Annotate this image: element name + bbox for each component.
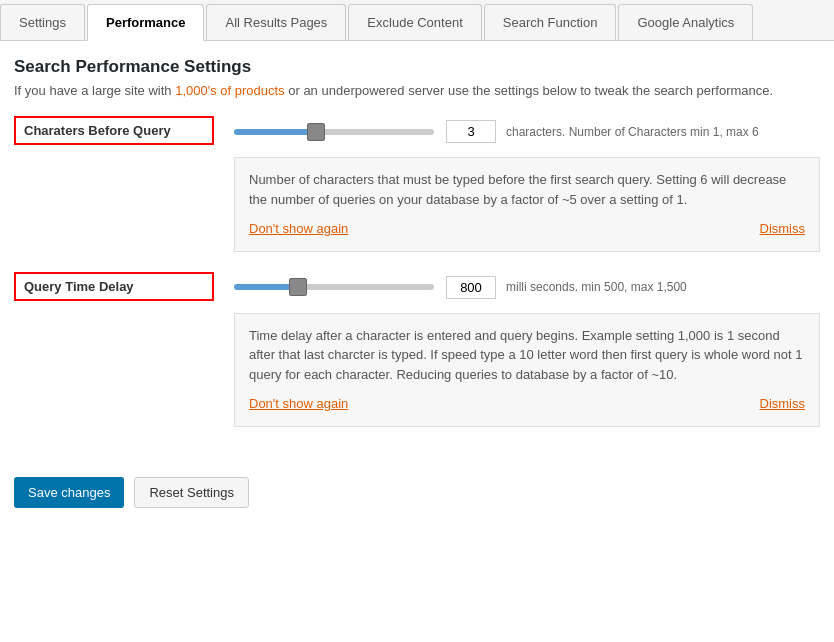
chars-dont-show-link[interactable]: Don't show again xyxy=(249,219,348,239)
tab-settings[interactable]: Settings xyxy=(0,4,85,40)
page-title: Search Performance Settings xyxy=(14,57,820,77)
chars-before-query-slider[interactable] xyxy=(234,129,434,135)
tab-performance[interactable]: Performance xyxy=(87,4,204,41)
tabs-container: Settings Performance All Results Pages E… xyxy=(0,0,834,41)
chars-before-query-label: Charaters Before Query xyxy=(14,116,214,145)
query-time-delay-row: Query Time Delay 800 milli seconds. min … xyxy=(14,272,820,301)
chars-info-text: Number of characters that must be typed … xyxy=(249,170,805,209)
chars-info-box: Number of characters that must be typed … xyxy=(234,157,820,252)
chars-info-links: Don't show again Dismiss xyxy=(249,219,805,239)
page-wrapper: Settings Performance All Results Pages E… xyxy=(0,0,834,642)
delay-info-links: Don't show again Dismiss xyxy=(249,394,805,414)
chars-before-query-control: 3 characters. Number of Characters min 1… xyxy=(234,116,820,143)
chars-before-query-unit: characters. Number of Characters min 1, … xyxy=(506,125,759,139)
query-time-delay-unit: milli seconds. min 500, max 1,500 xyxy=(506,280,687,294)
delay-dont-show-link[interactable]: Don't show again xyxy=(249,394,348,414)
main-content: Search Performance Settings If you have … xyxy=(0,41,834,463)
tab-search-function[interactable]: Search Function xyxy=(484,4,617,40)
description-highlight: 1,000's of products xyxy=(175,83,284,98)
save-button[interactable]: Save changes xyxy=(14,477,124,508)
query-time-delay-slider[interactable] xyxy=(234,284,434,290)
chars-before-query-input[interactable]: 3 xyxy=(446,120,496,143)
tab-all-results[interactable]: All Results Pages xyxy=(206,4,346,40)
delay-dismiss-link[interactable]: Dismiss xyxy=(760,394,806,414)
query-time-delay-label: Query Time Delay xyxy=(14,272,214,301)
tab-exclude-content[interactable]: Exclude Content xyxy=(348,4,481,40)
delay-info-text: Time delay after a character is entered … xyxy=(249,326,805,385)
query-time-delay-input[interactable]: 800 xyxy=(446,276,496,299)
footer: Save changes Reset Settings xyxy=(0,463,834,522)
description-suffix: or an underpowered server use the settin… xyxy=(285,83,774,98)
reset-button[interactable]: Reset Settings xyxy=(134,477,249,508)
description-prefix: If you have a large site with xyxy=(14,83,175,98)
query-time-delay-control: 800 milli seconds. min 500, max 1,500 xyxy=(234,272,820,299)
delay-info-box: Time delay after a character is entered … xyxy=(234,313,820,427)
chars-dismiss-link[interactable]: Dismiss xyxy=(760,219,806,239)
tab-google-analytics[interactable]: Google Analytics xyxy=(618,4,753,40)
page-description: If you have a large site with 1,000's of… xyxy=(14,83,820,98)
chars-before-query-row: Charaters Before Query 3 characters. Num… xyxy=(14,116,820,145)
